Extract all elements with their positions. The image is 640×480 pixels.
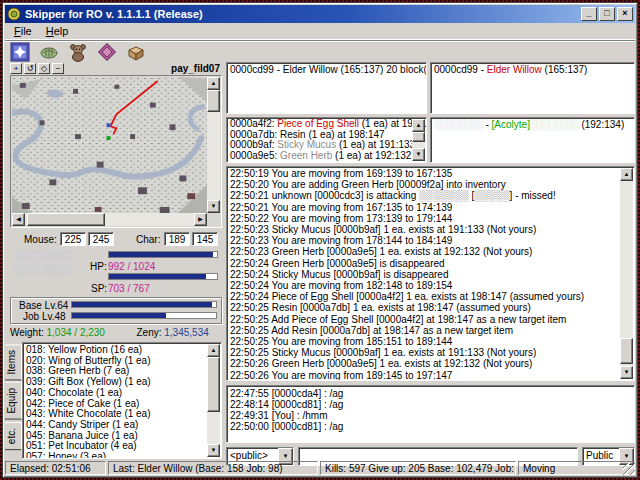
inventory-tab[interactable]: etc.	[5, 422, 22, 450]
scroll-down-icon[interactable]: ▼	[207, 200, 220, 213]
players-panel[interactable]: ░░░░░░░░ - [Acolyte]░░░░░░░░ (192:134)	[430, 117, 635, 163]
map-horizontal-scrollbar[interactable]: ◀ ▶	[12, 213, 207, 226]
log-line: 22:50:19 You are moving from 169:139 to …	[230, 168, 631, 179]
zeny-label: Zeny:	[136, 327, 161, 338]
weight-value: 1,034 / 2,230	[47, 327, 105, 338]
log-line: 22:50:20 You are adding Green Herb [0000…	[230, 179, 631, 190]
mouse-label: Mouse:	[24, 234, 57, 245]
ground-items-scrollbar[interactable]: ▲ ▼	[412, 119, 425, 161]
player-class: [Acolyte]	[492, 119, 530, 130]
censored-player-id: ░░░░░░░░	[434, 119, 483, 130]
doll-icon[interactable]	[67, 42, 89, 62]
menu-bar: FileHelp	[5, 23, 635, 40]
log-line: 22:50:26 You are moving from 189:145 to …	[230, 370, 631, 381]
sp-value: 703 / 767	[108, 283, 150, 294]
log-line: 22:50:23 Green Herb [0000a9e5] 1 ea. exi…	[230, 246, 631, 257]
coords-row: Mouse: 225 245 Char: 189 145	[10, 232, 222, 247]
status-bar: Elapsed: 02:51:06 Last: Elder Willow (Ba…	[5, 459, 635, 475]
player-coords: (192:134)	[579, 119, 625, 130]
target-coords: (165:137)	[542, 64, 588, 75]
log-line: 22:50:23 You are moving from 178:144 to …	[230, 235, 631, 246]
inventory-list[interactable]: ▲ ▼ 018: Yellow Potion (16 ea)020: Wing …	[22, 342, 222, 459]
hp-bar	[108, 251, 218, 258]
mouse-y-field[interactable]: 245	[88, 232, 114, 246]
map-control-button[interactable]: ◇	[38, 63, 50, 74]
log-line: 22:50:25 You are moving from 185:151 to …	[230, 336, 631, 347]
inventory-panel: ItemsEquipetc. ▲ ▼ 018: Yellow Potion (1…	[5, 342, 222, 459]
close-button[interactable]: ×	[617, 7, 633, 21]
map-control-button[interactable]: ↺	[24, 63, 36, 74]
card-icon[interactable]	[96, 42, 118, 62]
scroll-up-icon[interactable]: ▲	[620, 168, 633, 181]
inventory-tab[interactable]: Equip	[5, 382, 22, 420]
target-info-panel[interactable]: 0000cd99 - Elder Willow (165:137)	[430, 62, 635, 114]
scroll-down-icon[interactable]: ▼	[620, 366, 633, 379]
title-bar[interactable]: Skipper for RO v. 1.1.1.1 (Release) _ □ …	[5, 5, 635, 23]
log-line: 22:50:24 Green Herb [0000a9e5] is disapp…	[230, 258, 631, 269]
map-panel: +↺◇− pay_fild07	[10, 62, 222, 228]
monster-entry[interactable]: 0000cd99 - Elder Willow (165:137) 20 blo…	[230, 65, 423, 76]
scroll-up-icon[interactable]: ▲	[207, 77, 220, 90]
player-entry[interactable]: ░░░░░░░░ - [Acolyte]░░░░░░░░ (192:134)	[434, 120, 631, 131]
log-line: 22:50:24 Piece of Egg Shell [0000a4f2] 1…	[230, 291, 631, 302]
inventory-tab[interactable]: Items	[5, 344, 22, 380]
inventory-item[interactable]: 057: Honey (3 ea)	[26, 452, 218, 459]
level-groupbox: Base Lv.64 Job Lv.48	[10, 297, 222, 324]
app-window: Skipper for RO v. 1.1.1.1 (Release) _ □ …	[2, 2, 638, 478]
target-entry[interactable]: 0000cd99 - Elder Willow (165:137)	[434, 65, 631, 76]
scroll-up-icon[interactable]: ▲	[207, 344, 220, 357]
resize-grip[interactable]	[623, 463, 635, 475]
mouse-x-field[interactable]: 225	[60, 232, 86, 246]
target-marker	[107, 136, 111, 140]
job-exp-bar	[71, 312, 217, 319]
map-view[interactable]: ▲ ▼ ◀ ▶	[10, 75, 222, 228]
box-icon[interactable]	[125, 42, 147, 62]
shell-icon[interactable]	[38, 42, 60, 62]
minimize-button[interactable]: _	[581, 7, 597, 21]
event-log-scrollbar[interactable]: ▲ ▼	[620, 168, 633, 379]
monster-list-panel[interactable]: 0000cd99 - Elder Willow (165:137) 20 blo…	[226, 62, 427, 114]
scroll-right-icon[interactable]: ▶	[194, 213, 207, 226]
char-marker	[107, 123, 111, 127]
inventory-item[interactable]: 040: Chocolate (1 ea)	[26, 388, 218, 399]
menu-item[interactable]: Help	[39, 24, 76, 38]
scroll-down-icon[interactable]: ▼	[412, 148, 425, 161]
target-id: 0000cd99 -	[434, 64, 487, 75]
window-title: Skipper for RO v. 1.1.1.1 (Release)	[25, 8, 579, 20]
log-line: 22:50:25 Add Resin [0000a7db] at 198:147…	[230, 325, 631, 336]
job-level-label: Job Lv.48	[23, 311, 66, 322]
censored-player-name: ░░░░░░░░	[530, 119, 579, 130]
vitals-block: ░░░░░░░░░░ HP: 992 / 1024 ░░░░░░░░░░ SP:…	[10, 250, 222, 294]
menu-item[interactable]: File	[7, 24, 39, 38]
zeny-value: 1,345,534	[164, 327, 209, 338]
censored-char-name: ░░░░░░░░░░	[12, 250, 73, 261]
scroll-down-icon[interactable]: ▼	[207, 444, 220, 457]
kills-status: Kills: 597 Give up: 205 Base: 102,479 Jo…	[320, 461, 516, 475]
event-log-panel[interactable]: ▲ ▼ 22:50:19 You are moving from 169:139…	[226, 166, 635, 381]
scroll-up-icon[interactable]: ▲	[412, 119, 425, 132]
map-control-button[interactable]: +	[10, 63, 22, 74]
char-y-field[interactable]: 145	[192, 232, 218, 246]
elapsed-status: Elapsed: 02:51:06	[5, 461, 106, 475]
ground-items-panel[interactable]: ▲ ▼ 0000a4f2: Piece of Egg Shell (1 ea) …	[226, 117, 427, 163]
hp-label: HP:	[90, 261, 107, 272]
map-icon[interactable]	[9, 42, 31, 62]
player-separator: -	[483, 119, 492, 130]
client-area: +↺◇− pay_fild07	[5, 62, 635, 457]
map-canvas[interactable]	[12, 77, 207, 221]
chat-log-panel[interactable]: 22:47:55 [0000cda4] : /ag22:48:14 [0000c…	[226, 385, 635, 443]
inventory-scrollbar[interactable]: ▲ ▼	[207, 344, 220, 457]
maximize-button[interactable]: □	[599, 7, 615, 21]
map-control-button[interactable]: −	[52, 63, 64, 74]
ground-item[interactable]: 0000a9e5: Green Herb (1 ea) at 192:132	[230, 151, 423, 162]
censored-guild-name: ░░░░░░░░░░	[12, 264, 73, 275]
app-icon	[7, 7, 21, 21]
inventory-tabs: ItemsEquipetc.	[5, 344, 22, 452]
map-vertical-scrollbar[interactable]: ▲ ▼	[207, 77, 220, 213]
log-line: 22:50:25 Sticky Mucus [0000b9af] 1 ea. e…	[230, 347, 631, 358]
char-x-field[interactable]: 189	[164, 232, 190, 246]
scroll-left-icon[interactable]: ◀	[12, 213, 25, 226]
chat-line: 22:48:14 [0000cd81] : /ag	[230, 399, 631, 410]
chat-line: 22:49:31 [You] : /hmm	[230, 410, 631, 421]
target-name: Elder Willow	[487, 64, 542, 75]
